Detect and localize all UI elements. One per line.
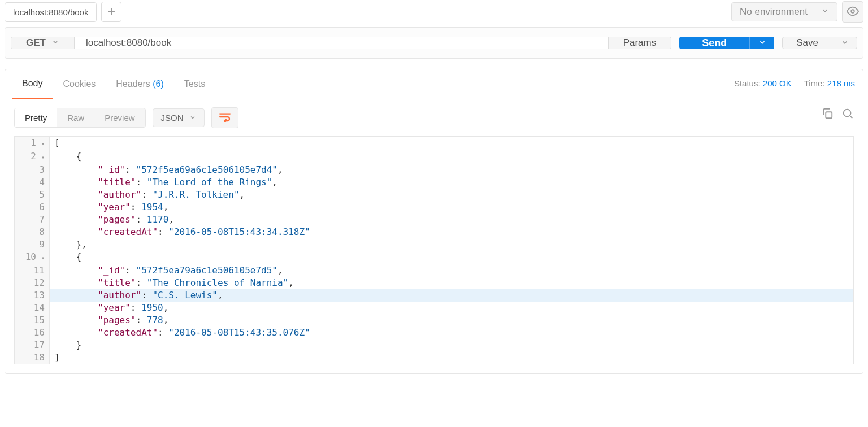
http-method-label: GET (26, 37, 46, 49)
code-line[interactable]: 11 "_id": "572f5ea79a6c1e506105e7d5", (15, 264, 853, 277)
tab-headers[interactable]: Headers (6) (106, 70, 174, 98)
save-dropdown-button[interactable] (832, 37, 857, 49)
tab-headers-label: Headers (116, 79, 150, 89)
format-label: JSON (161, 113, 184, 123)
code-content: "pages": 1170, (50, 213, 853, 226)
response-meta: Status: 200 OK Time: 218 ms (734, 79, 855, 88)
tab-body[interactable]: Body (12, 69, 53, 99)
gutter-line-number: 8 (15, 226, 50, 238)
gutter-line-number: 1 ▾ (15, 137, 50, 150)
response-body-code[interactable]: 1 ▾[2 ▾ {3 "_id": "572f5ea69a6c1e506105e… (14, 136, 854, 364)
copy-button[interactable] (821, 107, 834, 121)
request-tab[interactable]: localhost:8080/book (5, 2, 97, 22)
code-line[interactable]: 12 "title": "The Chronicles of Narnia", (15, 277, 853, 289)
response-panel: Body Cookies Headers (6) Tests Status: 2… (5, 69, 863, 374)
save-button[interactable]: Save (783, 37, 832, 49)
headers-count: (6) (153, 79, 164, 89)
send-dropdown-button[interactable] (749, 37, 774, 49)
code-line[interactable]: 7 "pages": 1170, (15, 213, 853, 226)
chevron-down-icon (189, 113, 196, 123)
gutter-line-number: 2 ▾ (15, 150, 50, 164)
eye-icon (847, 5, 859, 19)
code-line[interactable]: 1 ▾[ (15, 137, 853, 150)
code-content: "title": "The Lord of the Rings", (50, 176, 853, 189)
environment-label: No environment (740, 6, 808, 18)
response-toolbar: Pretty Raw Preview JSON (5, 99, 863, 136)
environment-select[interactable]: No environment (731, 2, 837, 21)
gutter-line-number: 10 ▾ (15, 251, 50, 264)
code-line[interactable]: 18] (15, 351, 853, 364)
gutter-line-number: 7 (15, 213, 50, 226)
code-content: "createdAt": "2016-05-08T15:43:35.076Z" (50, 326, 853, 339)
svg-point-3 (844, 110, 851, 117)
wrap-lines-button[interactable] (211, 107, 238, 128)
code-line[interactable]: 14 "year": 1950, (15, 302, 853, 314)
view-raw[interactable]: Raw (57, 108, 94, 127)
svg-rect-2 (826, 112, 832, 118)
time-value: 218 ms (827, 79, 855, 88)
code-content: "title": "The Chronicles of Narnia", (50, 277, 853, 289)
plus-icon: + (108, 5, 115, 19)
gutter-line-number: 5 (15, 189, 50, 201)
wrap-icon (219, 112, 231, 124)
params-button[interactable]: Params (608, 37, 671, 49)
code-line[interactable]: 9 }, (15, 238, 853, 251)
tab-bar: localhost:8080/book + No environment (0, 0, 868, 24)
code-line[interactable]: 2 ▾ { (15, 150, 853, 164)
gutter-line-number: 3 (15, 164, 50, 176)
tab-cookies[interactable]: Cookies (53, 70, 106, 98)
send-button[interactable]: Send (679, 37, 749, 49)
gutter-line-number: 18 (15, 351, 50, 364)
time-block: Time: 218 ms (804, 79, 855, 88)
code-content: [ (50, 137, 853, 150)
code-line[interactable]: 16 "createdAt": "2016-05-08T15:43:35.076… (15, 326, 853, 339)
svg-line-4 (850, 116, 852, 118)
params-label: Params (623, 37, 657, 49)
status-label: Status: (734, 79, 761, 88)
code-content: "pages": 778, (50, 314, 853, 326)
search-button[interactable] (841, 107, 854, 121)
code-line[interactable]: 5 "author": "J.R.R. Tolkien", (15, 189, 853, 201)
gutter-line-number: 15 (15, 314, 50, 326)
code-line[interactable]: 17 } (15, 339, 853, 351)
gutter-line-number: 9 (15, 238, 50, 251)
copy-icon (821, 107, 834, 121)
environment-preview-button[interactable] (842, 1, 863, 23)
view-preview[interactable]: Preview (94, 108, 145, 127)
search-icon (841, 107, 854, 121)
url-input[interactable] (75, 37, 608, 49)
gutter-line-number: 12 (15, 277, 50, 289)
code-line[interactable]: 10 ▾ { (15, 251, 853, 264)
format-select[interactable]: JSON (153, 108, 205, 127)
status-value: 200 OK (763, 79, 792, 88)
code-content: "createdAt": "2016-05-08T15:43:34.318Z" (50, 226, 853, 238)
chevron-down-icon (821, 6, 829, 18)
gutter-line-number: 16 (15, 326, 50, 339)
chevron-down-icon (758, 38, 766, 48)
code-line[interactable]: 15 "pages": 778, (15, 314, 853, 326)
chevron-down-icon (51, 37, 59, 49)
view-pretty[interactable]: Pretty (15, 108, 57, 127)
response-tabs: Body Cookies Headers (6) Tests Status: 2… (5, 69, 863, 99)
new-tab-button[interactable]: + (101, 2, 121, 22)
tab-tests[interactable]: Tests (174, 70, 215, 98)
gutter-line-number: 4 (15, 176, 50, 189)
request-panel: GET Params Send Save (5, 27, 863, 59)
code-content: }, (50, 238, 853, 251)
code-line[interactable]: 4 "title": "The Lord of the Rings", (15, 176, 853, 189)
status-block: Status: 200 OK (734, 79, 792, 88)
chevron-down-icon (841, 38, 849, 48)
code-line[interactable]: 6 "year": 1954, (15, 201, 853, 213)
code-content: "author": "J.R.R. Tolkien", (50, 189, 853, 201)
code-content: "author": "C.S. Lewis", (50, 289, 853, 302)
code-line[interactable]: 13 "author": "C.S. Lewis", (15, 289, 853, 302)
code-content: ] (50, 351, 853, 364)
code-content: { (50, 251, 853, 264)
gutter-line-number: 14 (15, 302, 50, 314)
http-method-select[interactable]: GET (11, 37, 75, 49)
code-content: "_id": "572f5ea69a6c1e506105e7d4", (50, 164, 853, 176)
code-content: "_id": "572f5ea79a6c1e506105e7d5", (50, 264, 853, 277)
gutter-line-number: 11 (15, 264, 50, 277)
code-line[interactable]: 8 "createdAt": "2016-05-08T15:43:34.318Z… (15, 226, 853, 238)
code-line[interactable]: 3 "_id": "572f5ea69a6c1e506105e7d4", (15, 164, 853, 176)
